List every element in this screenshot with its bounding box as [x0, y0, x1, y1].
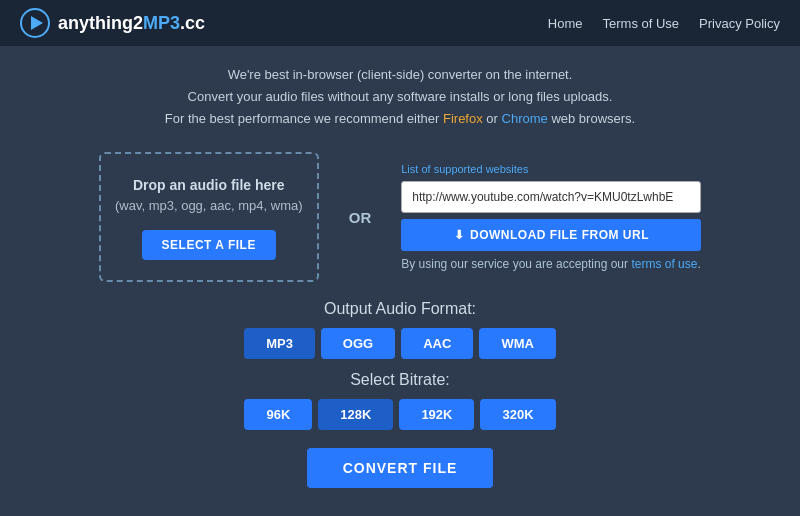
- nav-privacy[interactable]: Privacy Policy: [699, 16, 780, 31]
- nav: Home Terms of Use Privacy Policy: [548, 16, 780, 31]
- url-section: List of supported websites DOWNLOAD FILE…: [401, 163, 701, 271]
- logo: anything2MP3.cc: [20, 8, 205, 38]
- subtitle-line2: Convert your audio files without any sof…: [20, 86, 780, 108]
- convert-button[interactable]: CONVERT FILE: [307, 448, 494, 488]
- bitrate-button-group: 96K128K192K320K: [0, 399, 800, 430]
- format-button-group: MP3OGGAACWMA: [0, 328, 800, 359]
- format-btn-wma[interactable]: WMA: [479, 328, 556, 359]
- terms-text: By using our service you are accepting o…: [401, 257, 701, 271]
- bitrate-btn-128k[interactable]: 128K: [318, 399, 393, 430]
- format-btn-ogg[interactable]: OGG: [321, 328, 395, 359]
- format-btn-mp3[interactable]: MP3: [244, 328, 315, 359]
- download-icon: [454, 228, 465, 242]
- bitrate-btn-320k[interactable]: 320K: [480, 399, 555, 430]
- convert-section: CONVERT FILE: [0, 434, 800, 494]
- url-input[interactable]: [401, 181, 701, 213]
- nav-home[interactable]: Home: [548, 16, 583, 31]
- main-area: Drop an audio file here (wav, mp3, ogg, …: [0, 142, 800, 292]
- header: anything2MP3.cc Home Terms of Use Privac…: [0, 0, 800, 46]
- or-divider: OR: [349, 209, 372, 226]
- subtitle: We're best in-browser (client-side) conv…: [0, 46, 800, 142]
- logo-icon: [20, 8, 50, 38]
- output-format-label: Output Audio Format:: [0, 300, 800, 318]
- firefox-link[interactable]: Firefox: [443, 111, 483, 126]
- drop-zone[interactable]: Drop an audio file here (wav, mp3, ogg, …: [99, 152, 319, 282]
- subtitle-line1: We're best in-browser (client-side) conv…: [20, 64, 780, 86]
- nav-terms[interactable]: Terms of Use: [603, 16, 680, 31]
- drop-text: Drop an audio file here (wav, mp3, ogg, …: [115, 175, 303, 216]
- select-file-button[interactable]: SELECT A FILE: [142, 230, 276, 260]
- svg-marker-1: [31, 16, 43, 30]
- subtitle-line3: For the best performance we recommend ei…: [20, 108, 780, 130]
- chrome-link[interactable]: Chrome: [502, 111, 548, 126]
- output-format-section: Output Audio Format: MP3OGGAACWMA: [0, 292, 800, 363]
- bitrate-label: Select Bitrate:: [0, 371, 800, 389]
- format-btn-aac[interactable]: AAC: [401, 328, 473, 359]
- supported-label: List of supported websites: [401, 163, 701, 175]
- bitrate-btn-192k[interactable]: 192K: [399, 399, 474, 430]
- logo-text: anything2MP3.cc: [58, 13, 205, 34]
- bitrate-btn-96k[interactable]: 96K: [244, 399, 312, 430]
- terms-link[interactable]: terms of use: [631, 257, 697, 271]
- download-url-button[interactable]: DOWNLOAD FILE FROM URL: [401, 219, 701, 251]
- bitrate-section: Select Bitrate: 96K128K192K320K: [0, 363, 800, 434]
